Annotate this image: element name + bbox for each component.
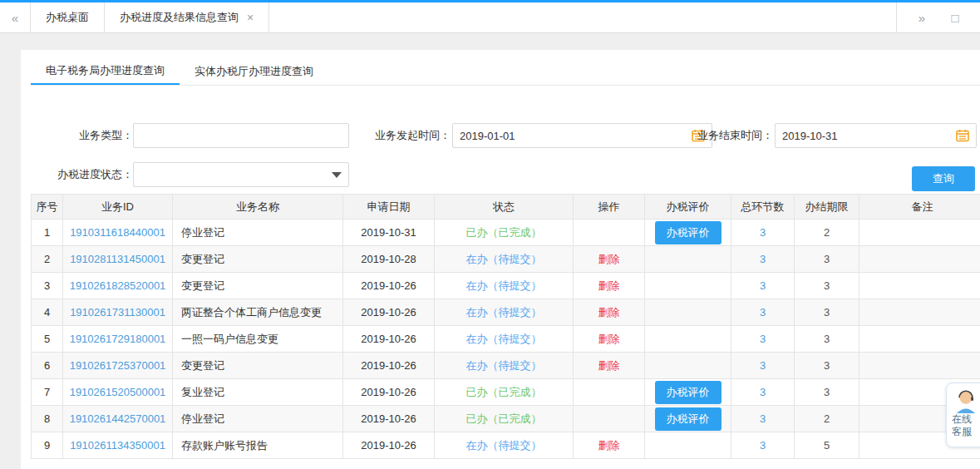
status-text: 已办（已完成） (466, 226, 542, 239)
apply-date: 2019-10-26 (361, 359, 416, 372)
status-text: 在办（待提交） (466, 306, 542, 318)
column-header: 序号 (32, 195, 63, 220)
online-service-widget[interactable]: 在线 客服 (946, 383, 980, 447)
deadline-cell: 3 (795, 273, 859, 299)
apply-date: 2019-10-26 (361, 386, 416, 398)
collapse-tabs-icon[interactable]: « (0, 2, 30, 32)
apply-date: 2019-10-26 (361, 412, 416, 425)
name-cell: 两证整合个体工商户信息变更 (173, 299, 343, 326)
eval-cell (645, 353, 731, 379)
row-seq: 5 (44, 333, 50, 345)
total-links-link[interactable]: 3 (760, 253, 766, 265)
tab-hall-progress-query[interactable]: 实体办税厅办理进度查询 (180, 58, 328, 85)
start-time-label: 业务发起时间： (362, 123, 451, 148)
business-name: 停业登记 (181, 412, 224, 425)
table-row: 41910261731130001两证整合个体工商户信息变更2019-10-26… (32, 299, 980, 326)
status-text: 在办（待提交） (466, 253, 542, 265)
remark-cell (859, 326, 980, 353)
end-time-value: 2019-10-31 (782, 130, 838, 142)
status-text: 在办（待提交） (466, 439, 542, 452)
business-name: 复业登记 (181, 386, 224, 398)
query-button[interactable]: 查询 (912, 166, 975, 191)
id-cell: 1910261729180001 (63, 326, 173, 353)
delete-link[interactable]: 删除 (598, 306, 620, 318)
links-cell: 3 (731, 220, 795, 246)
delete-link[interactable]: 删除 (598, 439, 620, 452)
total-links-link[interactable]: 3 (760, 306, 766, 318)
total-links-link[interactable]: 3 (760, 333, 766, 345)
column-header: 申请日期 (343, 195, 435, 220)
results-table: 序号业务ID业务名称申请日期状态操作办税评价总环节数办结期限备注 1191031… (31, 194, 980, 459)
date-cell: 2019-10-26 (343, 353, 435, 379)
end-time-label: 业务结束时间： (690, 123, 773, 148)
business-id-link[interactable]: 1910261725370001 (70, 359, 166, 372)
name-cell: 存款账户账号报告 (173, 432, 343, 459)
total-links-link[interactable]: 3 (760, 386, 766, 398)
business-id-link[interactable]: 1910261134350001 (70, 439, 165, 452)
expand-tabs-icon[interactable]: » (905, 11, 938, 25)
business-id-link[interactable]: 1910261442570001 (70, 412, 166, 425)
close-tab-icon[interactable]: × (247, 11, 254, 24)
table-header-row: 序号业务ID业务名称申请日期状态操作办税评价总环节数办结期限备注 (32, 195, 980, 220)
progress-status-label: 办税进度状态： (31, 162, 133, 187)
name-cell: 停业登记 (173, 220, 343, 246)
remark-cell (859, 273, 980, 299)
links-cell: 3 (731, 246, 795, 273)
window-tab-progress-query[interactable]: 办税进度及结果信息查询 × (105, 2, 269, 32)
apply-date: 2019-10-28 (361, 253, 416, 265)
maximize-icon[interactable]: □ (938, 11, 972, 25)
business-id-link[interactable]: 1910281131450001 (70, 253, 165, 265)
business-id-link[interactable]: 1910261731130001 (70, 306, 165, 318)
seq-cell: 9 (32, 432, 63, 459)
id-cell: 1910261134350001 (63, 432, 173, 459)
column-header: 总环节数 (731, 195, 795, 220)
total-links-link[interactable]: 3 (760, 439, 766, 452)
links-cell: 3 (731, 406, 795, 432)
name-cell: 一照一码户信息变更 (173, 326, 343, 353)
deadline-value: 2 (824, 412, 830, 425)
remark-cell (859, 220, 980, 246)
evaluate-button[interactable]: 办税评价 (655, 381, 721, 404)
delete-link[interactable]: 删除 (598, 279, 620, 292)
calendar-icon[interactable] (956, 129, 969, 142)
table-footer: 每页显示 10 ▼ 条 总共查询到 9 条信息 上一页 1 下一页 (31, 459, 980, 469)
row-seq: 3 (44, 279, 50, 292)
date-cell: 2019-10-26 (343, 326, 435, 353)
status-text: 已办（已完成） (466, 412, 542, 425)
eval-cell (645, 246, 731, 273)
status-text: 在办（待提交） (466, 333, 542, 345)
seq-cell: 8 (32, 406, 63, 432)
business-id-link[interactable]: 1910261828520001 (70, 279, 166, 292)
delete-link[interactable]: 删除 (598, 359, 620, 372)
business-name: 变更登记 (181, 279, 224, 292)
window-tab-desktop[interactable]: 办税桌面 (30, 2, 105, 32)
total-links-link[interactable]: 3 (760, 359, 766, 372)
evaluate-button[interactable]: 办税评价 (655, 407, 721, 431)
id-cell: 1910261828520001 (63, 273, 173, 299)
deadline-value: 3 (824, 333, 830, 345)
progress-status-select[interactable] (133, 162, 349, 187)
delete-link[interactable]: 删除 (598, 333, 620, 345)
apply-date: 2019-10-26 (361, 439, 416, 452)
business-id-link[interactable]: 1910261729180001 (70, 333, 166, 345)
start-time-input[interactable]: 2019-01-01 (452, 123, 712, 148)
evaluate-button[interactable]: 办税评价 (655, 221, 721, 244)
query-form: 业务类型： 业务发起时间： 2019-01-01 业务结束时间： 2019-10… (31, 86, 980, 194)
tab-etax-progress-query[interactable]: 电子税务局办理进度查询 (31, 58, 180, 85)
table-row: 21910281131450001变更登记2019-10-28在办（待提交）删除… (32, 246, 980, 273)
column-header: 业务名称 (173, 195, 343, 220)
row-seq: 9 (44, 439, 50, 452)
business-name: 变更登记 (181, 253, 224, 265)
total-links-link[interactable]: 3 (760, 226, 766, 239)
business-id-link[interactable]: 1910311618440001 (70, 226, 165, 239)
business-type-input[interactable] (133, 123, 349, 148)
id-cell: 1910261520500001 (63, 379, 173, 406)
remark-cell (859, 299, 980, 326)
business-name: 停业登记 (181, 226, 224, 239)
eval-cell (645, 326, 731, 353)
business-id-link[interactable]: 1910261520500001 (70, 386, 166, 398)
end-time-input[interactable]: 2019-10-31 (775, 123, 977, 148)
total-links-link[interactable]: 3 (760, 412, 766, 425)
delete-link[interactable]: 删除 (598, 253, 620, 265)
total-links-link[interactable]: 3 (760, 279, 766, 292)
